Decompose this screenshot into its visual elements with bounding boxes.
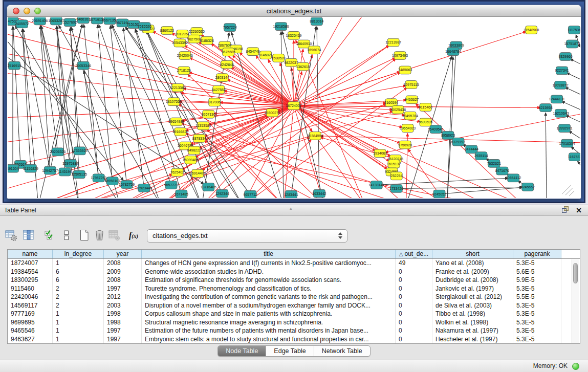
graph-node[interactable]: 12444131 <box>549 95 565 103</box>
cell[interactable]: 5.3E-5 <box>513 301 561 310</box>
graph-node[interactable]: 11156829 <box>23 164 38 172</box>
graph-node[interactable]: 17016504 <box>559 139 575 147</box>
graph-node[interactable]: 11548908 <box>524 26 539 34</box>
cell[interactable]: 2003 <box>104 301 142 310</box>
select-all-icon[interactable] <box>43 229 57 242</box>
graph-node[interactable]: 9115460 <box>419 103 432 112</box>
graph-node[interactable]: 9245052 <box>432 190 446 198</box>
graph-edge[interactable] <box>294 17 345 106</box>
minimize-window-icon[interactable] <box>24 8 30 14</box>
graph-node[interactable]: 1283441 <box>284 190 298 198</box>
graph-node[interactable]: 1362615 <box>296 62 310 71</box>
graph-edge[interactable] <box>565 87 580 98</box>
resize-grip-icon[interactable] <box>565 188 573 195</box>
graph-node[interactable]: 2718126 <box>177 67 191 75</box>
graph-edge[interactable] <box>447 56 453 198</box>
graph-node[interactable]: 18325419 <box>286 31 301 39</box>
graph-node[interactable]: 2405572 <box>15 20 29 28</box>
graph-node[interactable]: 1733426 <box>389 185 403 193</box>
cell[interactable]: 5.3E-5 <box>513 335 561 344</box>
graph-node[interactable]: 1527602 <box>63 18 77 27</box>
cell[interactable]: Corpus callosum shape and size in male p… <box>142 310 396 318</box>
cell[interactable]: Yano et al. (2008) <box>432 259 513 268</box>
deselect-all-icon[interactable] <box>60 229 73 242</box>
graph-node[interactable]: 17353924 <box>72 147 88 155</box>
graph-node[interactable]: 1588520 <box>271 54 285 62</box>
graph-edge[interactable] <box>578 161 580 176</box>
cell[interactable]: 0 <box>396 310 432 318</box>
cell[interactable]: 0 <box>396 318 432 327</box>
graph-node[interactable]: 9146821 <box>259 51 273 59</box>
cell[interactable]: Franke et al. (2009) <box>432 268 513 276</box>
graph-node[interactable]: 6466161 <box>76 17 90 24</box>
cell[interactable]: 2009 <box>104 268 142 276</box>
table-row[interactable]: 911546021997Tourette syndrome. Phenomeno… <box>8 285 580 293</box>
graph-node[interactable]: 7485063 <box>398 66 412 74</box>
column-header-title[interactable]: title <box>142 250 396 258</box>
graph-node[interactable]: 12093872 <box>553 81 569 90</box>
panel-collapse-handle-icon[interactable]: ▴ <box>290 206 292 211</box>
cell[interactable]: 2 <box>53 301 104 310</box>
graph-node[interactable]: 19495784 <box>402 112 418 120</box>
graph-node[interactable]: 2935114 <box>474 152 488 160</box>
network-graph[interactable]: 1872400776638228860123891295422260535105… <box>8 17 580 198</box>
graph-node[interactable]: 1696074 <box>307 46 321 54</box>
cell[interactable]: 14569117 <box>8 301 53 310</box>
graph-edge[interactable] <box>294 45 389 105</box>
cell[interactable]: 1997 <box>104 285 142 293</box>
cell[interactable]: 49 <box>396 259 432 268</box>
table-row[interactable]: 977716911998Corpus callosum shape and si… <box>8 310 580 318</box>
table-row[interactable]: 946362711997Embryonic stem cells: a mode… <box>8 335 580 344</box>
cell[interactable]: 5.3E-5 <box>513 285 561 293</box>
cell[interactable]: 9115460 <box>8 285 53 293</box>
graph-node[interactable]: 7957224 <box>223 24 237 32</box>
graph-edge[interactable] <box>294 106 405 116</box>
cell[interactable]: 1997 <box>104 335 142 344</box>
cell[interactable]: 1 <box>53 310 104 318</box>
graph-node[interactable]: 252254 <box>390 172 402 180</box>
cell[interactable]: 1998 <box>104 318 142 327</box>
cell[interactable]: 9777169 <box>8 310 53 318</box>
graph-node[interactable]: 9827508 <box>187 35 201 43</box>
graph-edge[interactable] <box>84 71 99 178</box>
network-view-window[interactable]: citations_edges.txt 18724007766382288601… <box>7 5 581 199</box>
graph-node[interactable]: 22420046 <box>177 52 193 60</box>
graph-edge[interactable] <box>294 106 365 198</box>
cell[interactable]: Structural magnetic resonance image aver… <box>142 318 396 327</box>
graph-edge[interactable] <box>181 92 284 198</box>
cell[interactable]: 5.3E-5 <box>513 310 561 318</box>
cell[interactable]: 0 <box>396 285 432 293</box>
column-header-out-de-[interactable]: △out_de... <box>396 250 432 258</box>
cell[interactable]: Dudbridge et al. (2008) <box>432 276 513 285</box>
table-scrollbar[interactable] <box>572 259 579 343</box>
graph-node[interactable]: 20206526 <box>50 148 66 156</box>
graph-node[interactable]: 16210643 <box>553 109 569 117</box>
cell[interactable]: Embryonic stem cells: a model to study s… <box>142 335 396 344</box>
cell[interactable]: Genome-wide association studies in ADHD. <box>142 268 396 276</box>
cell[interactable]: 1 <box>53 326 104 335</box>
graph-node[interactable]: 7632621 <box>487 159 501 167</box>
zoom-window-icon[interactable] <box>34 8 41 14</box>
cell[interactable]: Hescheler et al. (1997) <box>432 335 513 344</box>
cell[interactable]: 1997 <box>104 326 142 335</box>
graph-node[interactable]: 19384554 <box>307 132 323 140</box>
cell[interactable]: 1998 <box>104 310 142 318</box>
graph-node[interactable]: 16958107 <box>104 177 120 185</box>
graph-edge[interactable] <box>397 187 523 189</box>
graph-node[interactable]: 16648784 <box>445 48 461 56</box>
graph-node[interactable]: 12923448 <box>136 184 152 192</box>
network-canvas[interactable]: 1872400776638228860123891295422260535105… <box>8 17 580 198</box>
graph-edge[interactable] <box>202 59 396 198</box>
cell[interactable]: 5.3E-5 <box>513 259 561 268</box>
graph-edge[interactable] <box>123 28 144 188</box>
graph-node[interactable]: 18107554 <box>166 98 182 106</box>
graph-edge[interactable] <box>98 25 113 181</box>
cell[interactable]: 2012 <box>104 293 142 301</box>
graph-node[interactable]: 917006 <box>209 98 221 106</box>
graph-node[interactable]: 11353584 <box>195 122 211 130</box>
graph-edge[interactable] <box>8 106 294 191</box>
graph-node[interactable]: 13716485 <box>201 183 216 191</box>
graph-node[interactable]: 9699695 <box>419 118 432 126</box>
graph-edge[interactable] <box>567 73 580 82</box>
cell[interactable]: 6 <box>53 268 104 276</box>
